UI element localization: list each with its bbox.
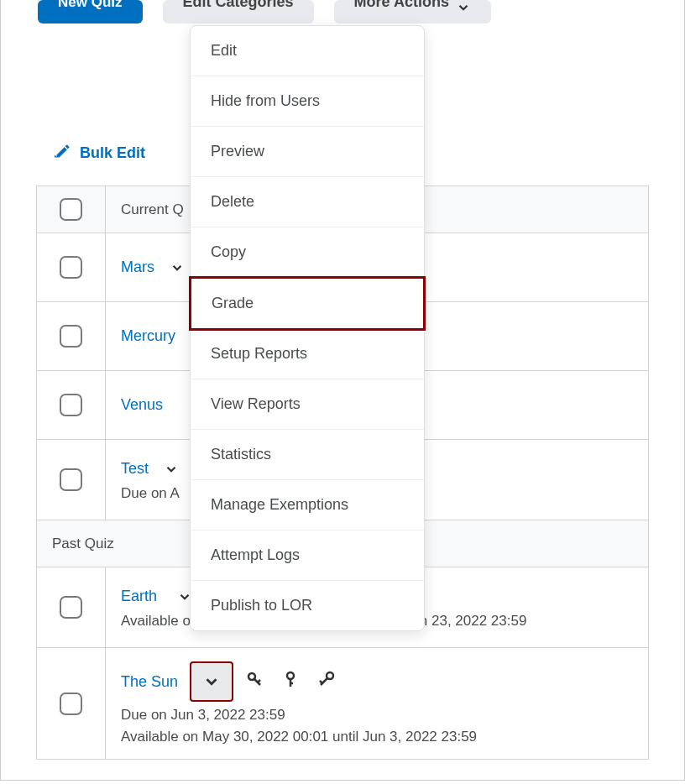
dropdown-item-grade[interactable]: Grade xyxy=(189,276,426,331)
dropdown-item-edit[interactable]: Edit xyxy=(191,26,424,76)
select-all-checkbox[interactable] xyxy=(60,198,82,221)
row-checkbox[interactable] xyxy=(60,693,82,715)
dropdown-item-preview[interactable]: Preview xyxy=(191,127,424,177)
svg-point-6 xyxy=(327,672,333,679)
key-icon xyxy=(316,670,336,693)
quiz-link-the-sun[interactable]: The Sun xyxy=(121,673,178,691)
row-checkbox[interactable] xyxy=(60,325,82,348)
dropdown-item-manage-exemptions[interactable]: Manage Exemptions xyxy=(191,480,424,531)
available-text: Available on May 30, 2022 00:01 until Ju… xyxy=(121,729,633,745)
dropdown-item-publish-to-lor[interactable]: Publish to LOR xyxy=(191,581,424,630)
bulk-edit-label: Bulk Edit xyxy=(80,144,145,162)
quiz-link-earth[interactable]: Earth xyxy=(121,588,157,605)
row-actions-dropdown: Edit Hide from Users Preview Delete Copy… xyxy=(190,25,425,631)
chevron-down-icon xyxy=(456,0,471,15)
due-text: Due on Jun 3, 2022 23:59 xyxy=(121,707,633,724)
row-checkbox[interactable] xyxy=(60,468,82,491)
svg-line-8 xyxy=(320,681,322,683)
key-icon xyxy=(280,670,301,693)
row-checkbox[interactable] xyxy=(60,256,82,279)
dropdown-item-copy[interactable]: Copy xyxy=(191,227,424,278)
more-actions-label: More Actions xyxy=(354,0,449,4)
row-actions-chevron-highlighted[interactable] xyxy=(190,661,233,702)
table-row: The Sun xyxy=(37,648,648,760)
dropdown-item-attempt-logs[interactable]: Attempt Logs xyxy=(191,531,424,581)
more-actions-button[interactable]: More Actions xyxy=(334,0,491,24)
row-actions-chevron[interactable] xyxy=(160,458,182,480)
quiz-link-venus[interactable]: Venus xyxy=(121,396,163,414)
dropdown-item-view-reports[interactable]: View Reports xyxy=(191,379,424,430)
dropdown-item-hide-from-users[interactable]: Hide from Users xyxy=(191,76,424,127)
quiz-link-mercury[interactable]: Mercury xyxy=(121,327,175,345)
bulk-edit-link[interactable]: Bulk Edit xyxy=(55,143,145,164)
svg-point-3 xyxy=(287,672,294,679)
dropdown-item-statistics[interactable]: Statistics xyxy=(191,430,424,480)
new-quiz-button[interactable]: New Quiz xyxy=(38,0,143,24)
row-actions-chevron[interactable] xyxy=(166,257,188,279)
svg-line-2 xyxy=(258,680,260,682)
access-icons xyxy=(245,670,336,693)
quiz-link-test[interactable]: Test xyxy=(121,460,149,478)
row-checkbox[interactable] xyxy=(60,596,82,619)
row-checkbox[interactable] xyxy=(60,394,82,416)
dropdown-item-setup-reports[interactable]: Setup Reports xyxy=(191,329,424,379)
action-bar: New Quiz Edit Categories More Actions xyxy=(1,0,684,24)
edit-categories-button[interactable]: Edit Categories xyxy=(163,0,314,24)
quiz-manager-panel: New Quiz Edit Categories More Actions Bu… xyxy=(0,0,685,781)
key-icon xyxy=(245,670,265,693)
dropdown-item-delete[interactable]: Delete xyxy=(191,177,424,227)
pencil-icon xyxy=(55,143,71,164)
quiz-link-mars[interactable]: Mars xyxy=(121,259,154,276)
